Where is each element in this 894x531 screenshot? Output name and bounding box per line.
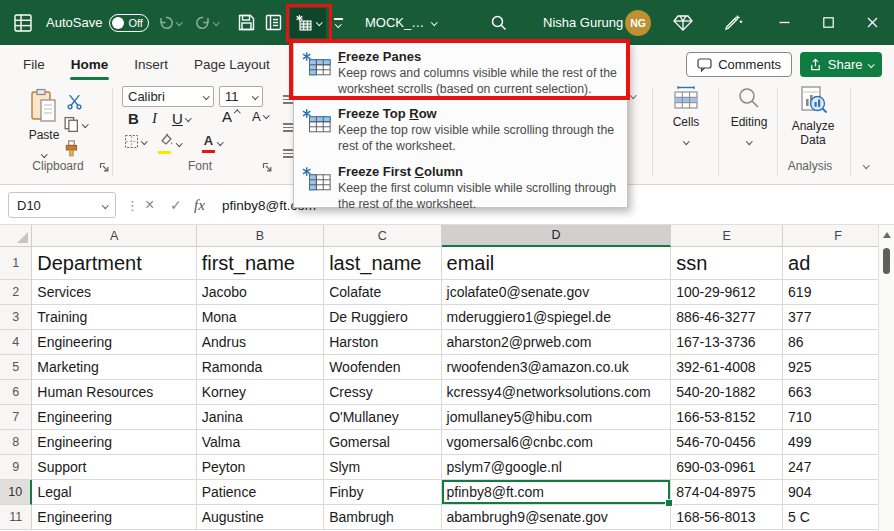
grow-font-button[interactable]: A — [222, 108, 240, 125]
cell-B9[interactable]: Peyton — [197, 455, 325, 480]
search-button[interactable] — [490, 0, 508, 45]
cell-B4[interactable]: Andrus — [197, 330, 325, 355]
row-header-4[interactable]: 4 — [0, 330, 32, 355]
cell-E7[interactable]: 166-53-8152 — [671, 405, 783, 430]
row-header-10[interactable]: 10 — [0, 480, 32, 505]
copy-button[interactable] — [63, 116, 88, 133]
collapse-ribbon-chevron[interactable] — [863, 162, 869, 168]
vertical-scrollbar[interactable] — [878, 225, 894, 531]
cell-B7[interactable]: Janina — [197, 405, 325, 430]
column-header-D[interactable]: D — [442, 225, 672, 247]
cell-C2[interactable]: Colafate — [324, 280, 441, 305]
cell-B3[interactable]: Mona — [197, 305, 325, 330]
cell-A1[interactable]: Department — [32, 247, 196, 280]
shrink-font-button[interactable]: A — [252, 109, 268, 124]
cell-C8[interactable]: Gomersal — [324, 430, 441, 455]
cell-E1[interactable]: ssn — [671, 247, 783, 280]
cell-D7[interactable]: jomullaney5@hibu.com — [442, 405, 672, 430]
autosave-toggle[interactable]: AutoSave Off — [46, 0, 149, 45]
cell-D3[interactable]: mderuggiero1@spiegel.de — [442, 305, 672, 330]
cell-D8[interactable]: vgomersal6@cnbc.com — [442, 430, 672, 455]
cell-A8[interactable]: Engineering — [32, 430, 196, 455]
cell-B6[interactable]: Korney — [197, 380, 325, 405]
save-button[interactable] — [237, 0, 256, 45]
cell-D10[interactable]: pfinby8@ft.com — [442, 480, 672, 505]
fill-color-button[interactable] — [158, 132, 182, 154]
cell-E6[interactable]: 540-20-1882 — [671, 380, 783, 405]
menu-item-freeze-first-column[interactable]: Freeze First Column Keep the first colum… — [294, 160, 627, 217]
minimize-button[interactable] — [762, 0, 806, 45]
cell-D9[interactable]: pslym7@google.nl — [442, 455, 672, 480]
account-avatar[interactable]: NG — [625, 0, 651, 45]
cell-B2[interactable]: Jacobo — [197, 280, 325, 305]
scroll-up-arrow[interactable] — [883, 232, 891, 238]
customize-quick-access-button[interactable] — [334, 0, 343, 45]
cell-E2[interactable]: 100-29-9612 — [671, 280, 783, 305]
cell-A7[interactable]: Engineering — [32, 405, 196, 430]
cell-C4[interactable]: Harston — [324, 330, 441, 355]
document-title[interactable]: MOCK_… — [365, 0, 437, 45]
cell-B11[interactable]: Augustine — [197, 505, 325, 530]
cell-A3[interactable]: Training — [32, 305, 196, 330]
cell-E4[interactable]: 167-13-3736 — [671, 330, 783, 355]
quick-access-form-button[interactable] — [264, 0, 283, 45]
underline-button[interactable]: U — [172, 110, 190, 127]
row-header-6[interactable]: 6 — [0, 380, 32, 405]
cell-A4[interactable]: Engineering — [32, 330, 196, 355]
column-header-A[interactable]: A — [32, 225, 196, 247]
cell-B1[interactable]: first_name — [197, 247, 325, 280]
cell-D1[interactable]: email — [442, 247, 672, 280]
font-name-combo[interactable]: Calibri — [122, 86, 214, 107]
cells-button[interactable]: Cells — [658, 85, 714, 147]
scrollbar-thumb[interactable] — [883, 248, 890, 274]
cancel-button[interactable]: × — [145, 192, 154, 218]
cell-A2[interactable]: Services — [32, 280, 196, 305]
editor-pen-button[interactable] — [723, 0, 743, 45]
enter-button[interactable]: ✓ — [170, 192, 182, 218]
premium-button[interactable] — [673, 0, 693, 45]
freeze-panes-quick-button[interactable] — [290, 0, 326, 45]
tab-home[interactable]: Home — [58, 45, 122, 83]
cell-D4[interactable]: aharston2@prweb.com — [442, 330, 672, 355]
share-button[interactable]: Share — [800, 52, 882, 77]
cell-B5[interactable]: Ramonda — [197, 355, 325, 380]
cell-A11[interactable]: Engineering — [32, 505, 196, 530]
tab-page-layout[interactable]: Page Layout — [181, 45, 283, 83]
analyze-data-button[interactable]: Analyze Data — [782, 85, 844, 148]
paste-button[interactable]: Paste — [22, 88, 66, 160]
font-color-button[interactable]: A — [202, 131, 223, 153]
row-header-1[interactable]: 1 — [0, 247, 32, 280]
cell-D6[interactable]: kcressy4@networksolutions.com — [442, 380, 672, 405]
cell-C5[interactable]: Woofenden — [324, 355, 441, 380]
cell-E11[interactable]: 168-56-8013 — [671, 505, 783, 530]
bold-button[interactable]: B — [128, 110, 139, 127]
row-header-3[interactable]: 3 — [0, 305, 32, 330]
cell-D2[interactable]: jcolafate0@senate.gov — [442, 280, 672, 305]
cell-B10[interactable]: Patience — [197, 480, 325, 505]
cell-E5[interactable]: 392-61-4008 — [671, 355, 783, 380]
menu-item-freeze-panes[interactable]: Freeze Panes Keep rows and columns visib… — [294, 45, 627, 102]
font-dialog-launcher[interactable] — [262, 162, 273, 173]
cell-E3[interactable]: 886-46-3277 — [671, 305, 783, 330]
account-name[interactable]: Nisha Gurung — [543, 0, 623, 45]
cell-A9[interactable]: Support — [32, 455, 196, 480]
cell-C10[interactable]: Finby — [324, 480, 441, 505]
select-all-corner[interactable] — [0, 225, 32, 247]
comments-button[interactable]: Comments — [686, 52, 792, 77]
cell-C3[interactable]: De Ruggiero — [324, 305, 441, 330]
cell-D5[interactable]: rwoofenden3@amazon.co.uk — [442, 355, 672, 380]
column-header-B[interactable]: B — [197, 225, 324, 247]
cell-C7[interactable]: O'Mullaney — [324, 405, 441, 430]
column-header-C[interactable]: C — [324, 225, 441, 247]
font-size-combo[interactable]: 11 — [219, 86, 263, 107]
cell-A6[interactable]: Human Resources — [32, 380, 196, 405]
cell-E9[interactable]: 690-03-0961 — [671, 455, 783, 480]
cell-A10[interactable]: Legal — [32, 480, 196, 505]
cell-C1[interactable]: last_name — [324, 247, 441, 280]
row-header-7[interactable]: 7 — [0, 405, 32, 430]
undo-button[interactable] — [158, 0, 182, 45]
name-box[interactable]: D10 — [8, 192, 116, 218]
cell-E8[interactable]: 546-70-0456 — [671, 430, 783, 455]
borders-button[interactable] — [124, 134, 147, 149]
tab-insert[interactable]: Insert — [121, 45, 181, 83]
